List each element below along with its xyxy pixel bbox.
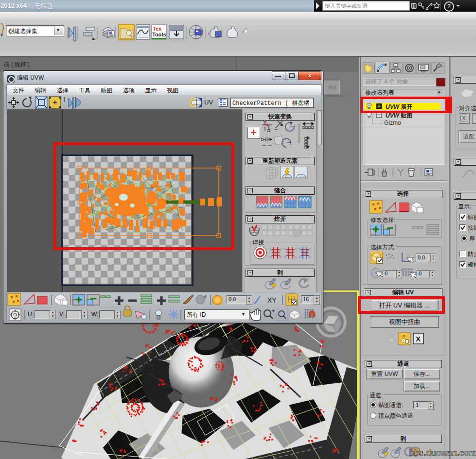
svg-text:Tools: Tools <box>152 32 166 37</box>
svg-text:Tex: Tex <box>153 26 162 32</box>
svg-text:bbs.duowan.com: bbs.duowan.com <box>409 448 476 458</box>
svg-text:X: X <box>416 335 421 343</box>
